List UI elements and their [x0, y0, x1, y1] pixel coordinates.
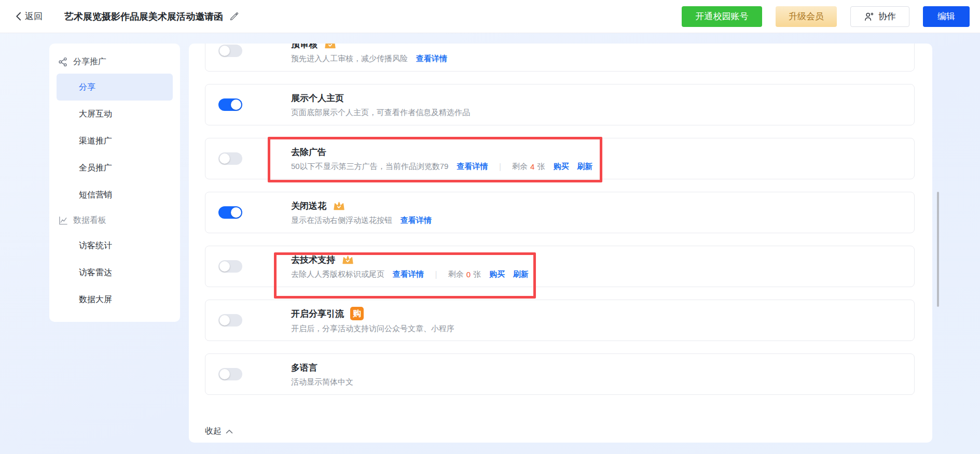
toggle-remove-ads[interactable] — [218, 152, 242, 165]
view-details-link[interactable]: 查看详情 — [393, 269, 424, 279]
toggle-share-diversion[interactable] — [218, 314, 242, 327]
sidebar-item-visitor-radar[interactable]: 访客雷达 — [57, 259, 173, 286]
remain-unit: 张 — [537, 162, 545, 172]
setting-card-multi-language: 多语言 活动显示简体中文 — [205, 353, 915, 395]
purchase-badge: 购 — [350, 307, 364, 320]
toggle-knob — [219, 369, 230, 379]
back-label: 返回 — [25, 10, 43, 22]
sidebar-section-share-promo: 分享推广 — [49, 50, 180, 74]
sidebar: 分享推广 分享 大屏互动 渠道推广 全员推广 短信营销 数据看板 访客统计 访客… — [49, 44, 180, 322]
share-nodes-icon — [58, 57, 68, 67]
view-details-link[interactable]: 查看详情 — [401, 216, 432, 225]
view-details-link[interactable]: 查看详情 — [457, 162, 488, 172]
chevron-left-icon — [16, 12, 21, 21]
add-user-icon — [864, 11, 874, 22]
line-chart-icon — [58, 216, 68, 225]
remaining-quota: 剩余 0 张 — [448, 269, 481, 279]
toggle-knob — [231, 207, 241, 218]
setting-title: 展示个人主页 — [291, 92, 344, 104]
sidebar-item-data-screen[interactable]: 数据大屏 — [57, 286, 173, 313]
scrollbar[interactable] — [937, 192, 939, 307]
page: 返回 艺术展览摄影作品展美术展活动邀请函 开通校园账号 升级会员 协作 编辑 — [0, 0, 980, 454]
divider: ｜ — [432, 269, 440, 279]
divider: ｜ — [496, 162, 504, 172]
refresh-link[interactable]: 刷新 — [513, 269, 529, 279]
toggle-knob — [219, 261, 230, 272]
setting-card-close-flowers: 关闭送花 显示在活动右侧浮动送花按钮 查看详情 — [205, 192, 915, 233]
collapse-button[interactable]: 收起 — [205, 426, 233, 437]
upgrade-membership-button[interactable]: 升级会员 — [776, 6, 837, 27]
buy-link[interactable]: 购买 — [553, 162, 569, 172]
setting-card-share-diversion: 开启分享引流 购 开启后，分享活动支持访问公众号文章、小程序 — [205, 300, 915, 341]
sidebar-item-share[interactable]: 分享 — [57, 74, 173, 101]
toggle-close-flowers[interactable] — [218, 206, 242, 219]
toggle-knob — [231, 100, 241, 110]
setting-desc: 50以下不显示第三方广告，当前作品浏览数79 — [291, 162, 448, 172]
sidebar-item-big-screen[interactable]: 大屏互动 — [57, 101, 173, 127]
sidebar-section-label: 数据看板 — [73, 215, 106, 226]
open-campus-account-button[interactable]: 开通校园账号 — [682, 6, 762, 27]
sidebar-item-all-staff-promo[interactable]: 全员推广 — [57, 154, 173, 181]
setting-desc: 页面底部展示个人主页，可查看作者信息及精选作品 — [291, 108, 470, 118]
setting-title: 去技术支持 — [291, 254, 335, 266]
sidebar-section-label: 分享推广 — [73, 56, 106, 67]
collaborate-label: 协作 — [878, 10, 896, 22]
remaining-quota: 剩余 4 张 — [512, 162, 545, 172]
remain-unit: 张 — [473, 269, 481, 279]
page-title: 艺术展览摄影作品展美术展活动邀请函 — [64, 10, 223, 23]
remain-count: 0 — [466, 270, 471, 279]
chevron-up-icon — [226, 429, 233, 434]
toggle-knob — [219, 46, 230, 56]
view-details-link[interactable]: 查看详情 — [416, 54, 447, 64]
toggle-remove-branding[interactable] — [218, 260, 242, 273]
toggle-multi-language[interactable] — [218, 368, 242, 380]
buy-link[interactable]: 购买 — [489, 269, 505, 279]
toggle-pre-review[interactable] — [218, 45, 242, 57]
pencil-icon — [229, 11, 239, 21]
sidebar-item-visitor-stats[interactable]: 访客统计 — [57, 232, 173, 259]
toggle-knob — [219, 315, 230, 325]
setting-card-show-profile: 展示个人主页 页面底部展示个人主页，可查看作者信息及精选作品 — [205, 84, 915, 125]
sidebar-item-channel-promo[interactable]: 渠道推广 — [57, 127, 173, 154]
setting-title: 开启分享引流 — [291, 308, 344, 320]
collapse-label: 收起 — [205, 426, 222, 437]
refresh-link[interactable]: 刷新 — [577, 162, 592, 172]
setting-desc: 去除人人秀版权标识或尾页 — [291, 269, 384, 279]
setting-title: 关闭送花 — [291, 200, 326, 212]
setting-title: 多语言 — [291, 362, 318, 374]
toggle-knob — [219, 153, 230, 164]
setting-desc: 显示在活动右侧浮动送花按钮 — [291, 216, 392, 225]
remain-count: 4 — [530, 162, 534, 171]
setting-card-remove-ads: 去除广告 50以下不显示第三方广告，当前作品浏览数79 查看详情 ｜ 剩余 4 … — [205, 138, 915, 179]
setting-card-pre-review: 预审核 预先进入人工审核，减少传播风险 查看详情 — [205, 44, 915, 72]
setting-desc: 预先进入人工审核，减少传播风险 — [291, 54, 408, 64]
header-actions: 开通校园账号 升级会员 协作 编辑 — [682, 6, 970, 27]
settings-panel: 预审核 预先进入人工审核，减少传播风险 查看详情 展示个人主页 页面底部展示个人… — [189, 44, 932, 443]
sidebar-item-sms-marketing[interactable]: 短信营销 — [57, 181, 173, 208]
setting-desc: 活动显示简体中文 — [291, 377, 353, 387]
edit-button[interactable]: 编辑 — [923, 6, 970, 27]
collaborate-button[interactable]: 协作 — [850, 6, 909, 27]
setting-desc: 开启后，分享活动支持访问公众号文章、小程序 — [291, 324, 454, 334]
vip-crown-icon — [341, 254, 354, 265]
vip-crown-icon — [333, 200, 346, 211]
back-button[interactable]: 返回 — [16, 10, 43, 22]
vip-crown-icon — [324, 44, 337, 50]
remain-label: 剩余 — [448, 269, 464, 279]
toggle-show-profile[interactable] — [218, 98, 242, 111]
remain-label: 剩余 — [512, 162, 528, 172]
top-header: 返回 艺术展览摄影作品展美术展活动邀请函 开通校园账号 升级会员 协作 编辑 — [0, 0, 980, 33]
setting-card-remove-branding: 去技术支持 去除人人秀版权标识或尾页 查看详情 ｜ 剩余 0 张 购买 刷新 — [205, 246, 915, 287]
edit-title-button[interactable] — [229, 11, 239, 21]
sidebar-section-data-board: 数据看板 — [49, 208, 180, 232]
setting-title: 去除广告 — [291, 146, 326, 158]
setting-title: 预审核 — [291, 44, 318, 50]
